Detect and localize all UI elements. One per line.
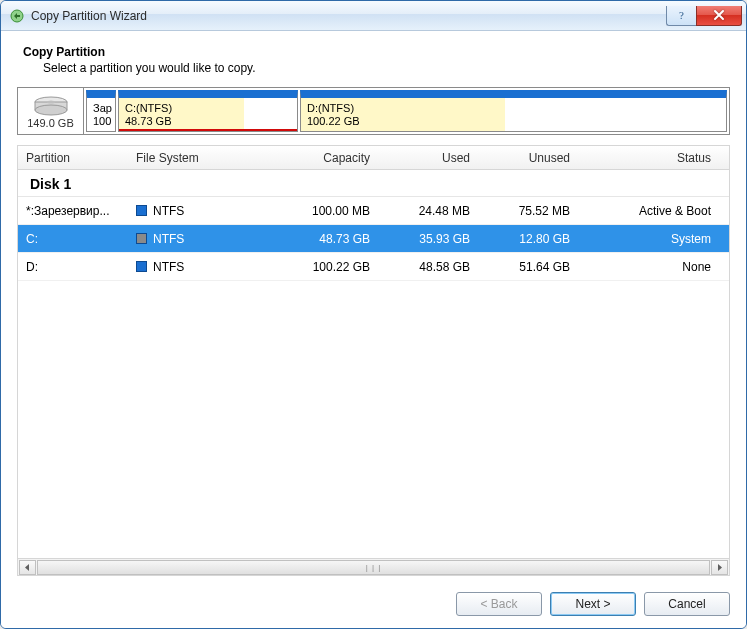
cell-filesystem: NTFS: [128, 232, 258, 246]
cell-capacity: 100.22 GB: [258, 260, 378, 274]
cell-used: 24.48 MB: [378, 204, 478, 218]
button-bar: < Back Next > Cancel: [17, 592, 730, 616]
svg-point-4: [35, 105, 67, 115]
close-button[interactable]: [696, 6, 742, 26]
help-button[interactable]: ?: [666, 6, 696, 26]
app-icon: [9, 8, 25, 24]
cell-unused: 12.80 GB: [478, 232, 578, 246]
col-filesystem[interactable]: File System: [128, 151, 258, 165]
back-button[interactable]: < Back: [456, 592, 542, 616]
disk-map: 149.0 GB Зар 100 C:(NTFS) 48.73 GB D:(NT…: [17, 87, 730, 135]
cell-unused: 75.52 MB: [478, 204, 578, 218]
titlebar[interactable]: Copy Partition Wizard ?: [1, 1, 746, 31]
fs-swatch-icon: [136, 233, 147, 244]
partition-table: Partition File System Capacity Used Unus…: [17, 145, 730, 576]
window-title: Copy Partition Wizard: [31, 9, 147, 23]
cell-status: Active & Boot: [578, 204, 729, 218]
disk-capacity: 149.0 GB: [27, 117, 73, 129]
table-row[interactable]: C: NTFS 48.73 GB 35.93 GB 12.80 GB Syste…: [18, 225, 729, 253]
fs-swatch-icon: [136, 205, 147, 216]
cell-status: None: [578, 260, 729, 274]
svg-point-5: [47, 101, 55, 104]
table-row[interactable]: D: NTFS 100.22 GB 48.58 GB 51.64 GB None: [18, 253, 729, 281]
cell-partition: *:Зарезервир...: [18, 204, 128, 218]
cell-used: 48.58 GB: [378, 260, 478, 274]
scroll-right-arrow[interactable]: [711, 560, 728, 575]
cancel-button[interactable]: Cancel: [644, 592, 730, 616]
cell-partition: C:: [18, 232, 128, 246]
client-area: Copy Partition Select a partition you wo…: [1, 31, 746, 628]
col-unused[interactable]: Unused: [478, 151, 578, 165]
disk-icon: 149.0 GB: [18, 88, 84, 134]
table-header[interactable]: Partition File System Capacity Used Unus…: [18, 146, 729, 170]
table-body[interactable]: Disk 1 *:Зарезервир... NTFS 100.00 MB 24…: [18, 170, 729, 558]
cell-partition: D:: [18, 260, 128, 274]
horizontal-scrollbar[interactable]: | | |: [18, 558, 729, 575]
col-used[interactable]: Used: [378, 151, 478, 165]
col-partition[interactable]: Partition: [18, 151, 128, 165]
table-row[interactable]: *:Зарезервир... NTFS 100.00 MB 24.48 MB …: [18, 197, 729, 225]
cell-capacity: 100.00 MB: [258, 204, 378, 218]
col-status[interactable]: Status: [578, 151, 729, 165]
cell-capacity: 48.73 GB: [258, 232, 378, 246]
partition-box-d[interactable]: D:(NTFS) 100.22 GB: [300, 90, 727, 132]
wizard-window: Copy Partition Wizard ? Copy Partition S…: [0, 0, 747, 629]
partition-box-reserved[interactable]: Зар 100: [86, 90, 116, 132]
partition-box-c[interactable]: C:(NTFS) 48.73 GB: [118, 90, 298, 132]
group-header: Disk 1: [18, 170, 729, 197]
page-subtitle: Select a partition you would like to cop…: [43, 61, 730, 75]
fs-swatch-icon: [136, 261, 147, 272]
scroll-left-arrow[interactable]: [19, 560, 36, 575]
cell-used: 35.93 GB: [378, 232, 478, 246]
cell-filesystem: NTFS: [128, 260, 258, 274]
page-title: Copy Partition: [23, 45, 730, 59]
next-button[interactable]: Next >: [550, 592, 636, 616]
cell-filesystem: NTFS: [128, 204, 258, 218]
svg-text:?: ?: [679, 9, 684, 21]
cell-unused: 51.64 GB: [478, 260, 578, 274]
scroll-track[interactable]: | | |: [37, 560, 710, 575]
disk-partitions: Зар 100 C:(NTFS) 48.73 GB D:(NTFS) 100.2…: [84, 88, 729, 134]
scroll-thumb[interactable]: | | |: [37, 560, 710, 575]
window-buttons: ?: [666, 6, 742, 26]
col-capacity[interactable]: Capacity: [258, 151, 378, 165]
cell-status: System: [578, 232, 729, 246]
